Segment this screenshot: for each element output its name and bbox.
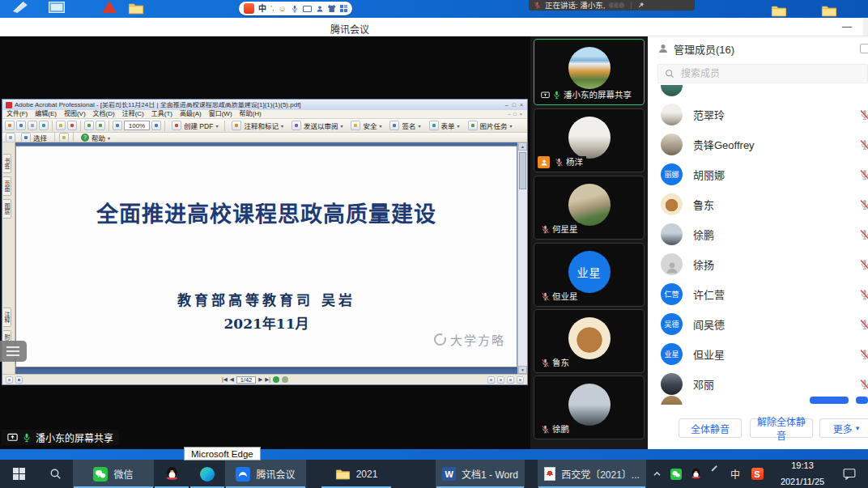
keyboard-icon[interactable] — [303, 6, 312, 12]
secure-button[interactable]: 安全 — [347, 121, 385, 130]
desktop-folder-icon[interactable] — [771, 4, 787, 17]
next-page-button[interactable]: ▶ — [258, 377, 262, 383]
menu-help[interactable]: 帮助(H) — [240, 111, 262, 117]
scroll-up-arrow[interactable]: ▲ — [518, 142, 527, 151]
member-row[interactable]: 贵锋Geoffrey — [648, 129, 868, 159]
menu-file[interactable]: 文件(F) — [6, 111, 28, 117]
hand-tool-icon[interactable] — [6, 133, 15, 142]
tab-bookmarks[interactable]: 书签 — [3, 154, 11, 173]
email-icon[interactable] — [56, 121, 66, 130]
taskbar-clock[interactable]: 19:13 2021/11/25 — [769, 460, 836, 488]
taskbar-wechat[interactable]: 微信 — [73, 460, 154, 488]
undo-icon[interactable] — [84, 121, 94, 130]
action-button-partial[interactable] — [856, 397, 868, 404]
zoom-in-icon[interactable] — [151, 121, 161, 130]
video-tile-yangyang[interactable]: 杨洋 — [534, 108, 645, 172]
mic-muted-icon[interactable] — [859, 169, 868, 180]
tray-qq[interactable] — [687, 460, 704, 488]
sign-button[interactable]: 签名 — [386, 121, 423, 130]
desktop-app-icon[interactable] — [49, 2, 65, 13]
desktop-folder-icon[interactable] — [821, 4, 837, 17]
acrobat-minimize-button[interactable]: – — [505, 102, 509, 108]
sogou-input-toolbar[interactable]: 中 ’, ☺ — [239, 2, 352, 15]
comment-markup-button[interactable]: 注释和标记 — [228, 121, 287, 130]
tab-pages[interactable]: 页面 — [3, 176, 11, 196]
help-button[interactable]: 帮助 — [78, 133, 113, 142]
taskbar-pdf-doc[interactable]: 西交党〔2021〕... — [538, 460, 646, 488]
punctuation-icon[interactable]: ’, — [270, 5, 274, 12]
desktop-folder-icon[interactable] — [128, 2, 144, 15]
zoom-out-icon[interactable] — [113, 121, 122, 130]
mic-muted-icon[interactable] — [859, 379, 868, 390]
meeting-sidebar-toggle[interactable] — [0, 341, 27, 362]
member-search-input[interactable] — [679, 67, 861, 80]
scrollbar-thumb[interactable] — [519, 152, 526, 189]
menu-edit[interactable]: 编辑(E) — [35, 111, 57, 117]
member-row[interactable]: 徐鹏 — [648, 219, 868, 249]
print-icon[interactable] — [28, 121, 37, 130]
first-page-button[interactable]: |◀ — [222, 377, 228, 383]
toolbox-grid-icon[interactable] — [340, 5, 347, 12]
member-search-box[interactable] — [657, 64, 868, 83]
member-row[interactable]: 业星 但业星 — [648, 339, 868, 369]
member-row[interactable]: 鲁东 — [648, 189, 868, 219]
taskbar-tencent-meeting[interactable]: 腾讯会议 — [225, 460, 306, 488]
menu-advanced[interactable]: 高级(A) — [180, 111, 202, 117]
tray-ime-lang[interactable]: 中 — [725, 460, 745, 488]
video-tile-xupeng[interactable]: 徐鹏 — [534, 376, 645, 439]
voice-input-icon[interactable] — [291, 5, 299, 13]
status-icon[interactable] — [6, 376, 13, 384]
page-indicator[interactable]: 1/42 — [236, 376, 257, 384]
send-for-review-button[interactable]: 发送以审阅 — [288, 121, 347, 130]
prev-page-button[interactable]: ◀ — [230, 377, 234, 383]
picture-tasks-button[interactable]: 图片任务 — [465, 121, 516, 130]
acrobat-close-button[interactable]: × — [520, 102, 524, 108]
tray-wechat[interactable] — [667, 460, 685, 488]
mic-muted-icon[interactable] — [859, 109, 868, 121]
mic-muted-icon[interactable] — [859, 199, 868, 210]
next-view-button[interactable] — [282, 376, 288, 383]
desktop-shortcut-icon[interactable] — [13, 2, 28, 13]
mic-muted-icon[interactable] — [859, 319, 868, 330]
last-page-button[interactable]: ▶| — [265, 377, 270, 383]
menu-document[interactable]: 文档(D) — [93, 111, 115, 117]
minimize-button[interactable]: — — [834, 18, 860, 36]
vertical-scrollbar[interactable]: ▲ ▼ — [517, 142, 527, 374]
member-row[interactable]: 仁营 许仁营 — [648, 279, 868, 309]
mic-muted-icon[interactable] — [859, 139, 868, 151]
tray-sogou[interactable] — [747, 460, 768, 488]
member-row[interactable]: 徐扬 — [648, 249, 868, 279]
zoom-level-box[interactable]: 100% — [124, 121, 150, 130]
member-row[interactable]: 丽娜 胡丽娜 — [648, 159, 868, 189]
acrobat-restore-button[interactable]: □ — [513, 102, 517, 108]
pin-icon[interactable] — [637, 2, 645, 9]
member-row[interactable]: 邓丽 — [648, 369, 868, 399]
combine-icon[interactable] — [67, 121, 77, 130]
snapshot-tool-icon[interactable] — [59, 133, 69, 142]
ime-lang-indicator[interactable]: 中 — [258, 5, 266, 13]
start-button[interactable] — [0, 460, 37, 488]
account-icon[interactable] — [316, 5, 324, 13]
forms-button[interactable]: 表单 — [426, 121, 463, 130]
status-icon[interactable] — [15, 376, 23, 384]
video-tile-hexingxing[interactable]: 何星星 — [534, 176, 645, 240]
layout-icon[interactable] — [497, 376, 504, 384]
member-row-partial[interactable] — [648, 85, 868, 100]
desktop-app-icon-triangle[interactable] — [102, 1, 117, 13]
unmute-all-button[interactable]: 解除全体静音 — [750, 418, 813, 438]
prev-view-button[interactable] — [273, 376, 279, 383]
mic-muted-icon[interactable] — [859, 259, 868, 270]
action-center-button[interactable] — [837, 460, 862, 488]
select-tool-button[interactable]: 选择 — [18, 133, 50, 142]
mute-all-button[interactable]: 全体静音 — [679, 418, 742, 438]
emoji-icon[interactable]: ☺ — [279, 5, 287, 13]
tray-pen-input[interactable] — [706, 460, 724, 488]
layout-icon[interactable] — [487, 376, 495, 384]
menu-tools[interactable]: 工具(T) — [151, 111, 172, 117]
layout-icon[interactable] — [517, 376, 524, 384]
video-tile-pansxiaodong[interactable]: 潘小东的屏幕共享 — [534, 39, 645, 105]
taskbar-edge[interactable] — [189, 460, 225, 488]
layout-icon[interactable] — [507, 376, 514, 384]
taskbar-word[interactable]: 文档1 - Word — [436, 460, 525, 488]
skin-icon[interactable] — [328, 5, 336, 12]
